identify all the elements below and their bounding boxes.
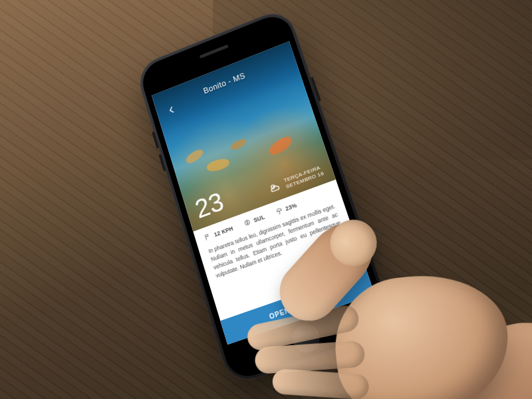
wind-value: 12 KPH	[213, 225, 234, 238]
fish-decoration	[184, 148, 205, 165]
fish-decoration	[229, 138, 247, 152]
photo-scene: Bonito - MS 23 TERÇA-FEIRA SETEMBRO 16	[0, 0, 532, 399]
home-button	[289, 321, 323, 355]
wrist	[465, 321, 532, 399]
fish-decoration	[267, 134, 294, 158]
flag-icon	[203, 233, 212, 242]
partly-cloudy-icon	[267, 180, 283, 196]
umbrella-icon	[275, 207, 284, 216]
temperature-value: 23	[192, 188, 227, 223]
stat-precip: 23%	[275, 201, 298, 216]
fish-decoration	[206, 158, 230, 173]
location-title: Bonito - MS	[155, 52, 296, 114]
precip-value: 23%	[285, 201, 298, 211]
svg-point-1	[244, 219, 250, 225]
direction-value: SUL	[253, 213, 265, 223]
compass-icon	[243, 218, 251, 227]
phone-speaker	[200, 45, 229, 59]
volume-down-button	[158, 154, 166, 172]
stat-direction: SUL	[243, 213, 265, 227]
volume-up-button	[152, 131, 159, 148]
ring-finger	[272, 368, 370, 399]
